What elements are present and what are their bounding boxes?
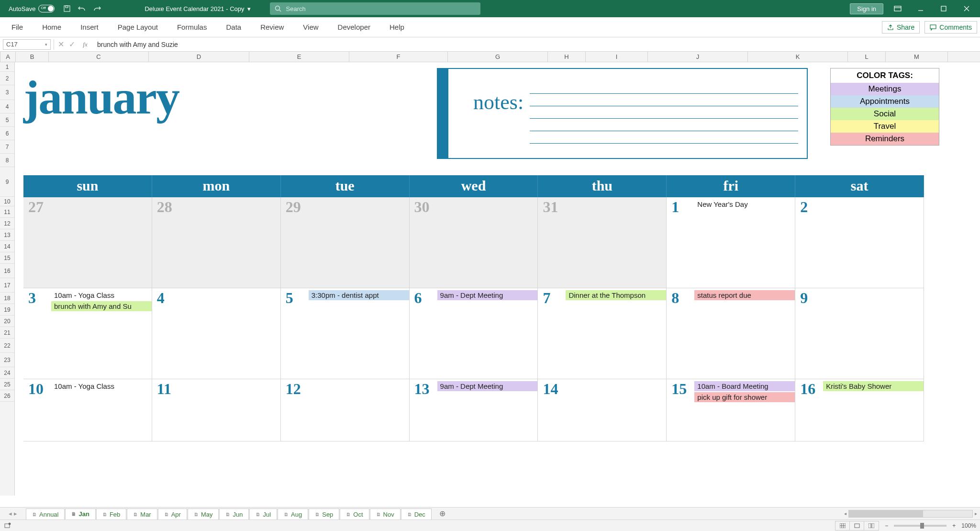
row-header-16[interactable]: 16: [0, 264, 14, 278]
event-item[interactable]: Kristi's Baby Shower: [823, 381, 924, 391]
col-header-K[interactable]: K: [748, 52, 848, 62]
row-header-26[interactable]: 26: [0, 390, 14, 402]
row-header-23[interactable]: 23: [0, 353, 14, 367]
col-header-C[interactable]: C: [49, 52, 149, 62]
comments-button[interactable]: Comments: [924, 21, 977, 34]
row-header-11[interactable]: 11: [0, 206, 14, 218]
col-header-D[interactable]: D: [149, 52, 249, 62]
row-header-24[interactable]: 24: [0, 367, 14, 379]
day-cell-8[interactable]: 8status report due: [667, 288, 795, 379]
event-item[interactable]: brunch with Amy and Su: [51, 301, 152, 311]
row-header-9[interactable]: 9: [0, 167, 14, 197]
share-button[interactable]: Share: [882, 21, 920, 34]
event-item[interactable]: 3:30pm - dentist appt: [309, 290, 409, 300]
add-sheet-button[interactable]: ⊕: [436, 509, 449, 518]
sheet-tab-nov[interactable]: 🗎Nov: [370, 508, 401, 520]
row-header-20[interactable]: 20: [0, 316, 14, 327]
row-header-4[interactable]: 4: [0, 100, 14, 113]
col-header-B[interactable]: B: [16, 52, 49, 62]
undo-icon[interactable]: [78, 5, 86, 12]
sheet-nav-arrows[interactable]: ◂ ▸: [0, 510, 26, 517]
horizontal-scroll[interactable]: ◂ ▸: [841, 509, 980, 518]
zoom-out-icon[interactable]: −: [885, 522, 888, 529]
day-cell-16[interactable]: 16Kristi's Baby Shower: [795, 379, 924, 441]
event-item[interactable]: Dinner at the Thompson: [566, 290, 666, 300]
row-header-2[interactable]: 2: [0, 72, 14, 85]
row-header-17[interactable]: 17: [0, 278, 14, 293]
normal-view-icon[interactable]: [835, 521, 850, 530]
day-cell-6[interactable]: 69am - Dept Meeting: [410, 288, 538, 379]
page-break-view-icon[interactable]: [864, 521, 879, 530]
name-box[interactable]: C17▾: [3, 39, 51, 50]
zoom-slider[interactable]: [894, 525, 947, 527]
document-title[interactable]: Deluxe Event Calendar 2021 - Copy ▾: [145, 5, 250, 12]
sheet-tab-jan[interactable]: 🗎Jan: [65, 508, 95, 520]
sheet-tab-dec[interactable]: 🗎Dec: [401, 508, 432, 520]
sheet-tab-aug[interactable]: 🗎Aug: [278, 508, 308, 520]
sheet-tab-jul[interactable]: 🗎Jul: [249, 508, 277, 520]
ribbon-tab-home[interactable]: Home: [33, 18, 71, 36]
zoom-in-icon[interactable]: +: [952, 522, 956, 529]
row-header-3[interactable]: 3: [0, 85, 14, 100]
day-cell-1[interactable]: 1New Year's Day: [667, 197, 795, 288]
worksheet-grid[interactable]: january notes: COLOR TAGS: MeetingsAppoi…: [15, 62, 980, 496]
row-header-8[interactable]: 8: [0, 154, 14, 167]
day-cell-28[interactable]: 28: [152, 197, 281, 288]
page-layout-view-icon[interactable]: [850, 521, 864, 530]
row-header-12[interactable]: 12: [0, 218, 14, 229]
day-cell-29[interactable]: 29: [281, 197, 410, 288]
day-cell-10[interactable]: 1010am - Yoga Class: [23, 379, 152, 441]
col-header-L[interactable]: L: [848, 52, 886, 62]
col-header-G[interactable]: G: [448, 52, 548, 62]
row-header-14[interactable]: 14: [0, 241, 14, 252]
close-icon[interactable]: [958, 2, 975, 15]
col-header-F[interactable]: F: [349, 52, 448, 62]
ribbon-tab-page-layout[interactable]: Page Layout: [108, 18, 167, 36]
fx-icon[interactable]: fx: [80, 39, 90, 50]
col-header-M[interactable]: M: [886, 52, 948, 62]
sheet-tab-may[interactable]: 🗎May: [188, 508, 219, 520]
search-box[interactable]: Search: [270, 2, 480, 15]
event-item[interactable]: 10am - Board Meeting: [694, 381, 795, 391]
day-cell-5[interactable]: 53:30pm - dentist appt: [281, 288, 410, 379]
row-header-19[interactable]: 19: [0, 304, 14, 316]
event-item[interactable]: New Year's Day: [694, 199, 795, 209]
row-header-18[interactable]: 18: [0, 293, 14, 304]
view-buttons[interactable]: [835, 521, 879, 531]
row-header-7[interactable]: 7: [0, 140, 14, 154]
col-header-H[interactable]: H: [548, 52, 586, 62]
col-header-E[interactable]: E: [249, 52, 349, 62]
event-item[interactable]: 10am - Yoga Class: [51, 290, 152, 300]
cancel-icon[interactable]: ✕: [58, 40, 64, 49]
event-item[interactable]: status report due: [694, 290, 795, 300]
day-cell-30[interactable]: 30: [410, 197, 538, 288]
row-header-6[interactable]: 6: [0, 127, 14, 140]
row-header-25[interactable]: 25: [0, 379, 14, 390]
minimize-icon[interactable]: [912, 2, 929, 15]
redo-icon[interactable]: [93, 5, 101, 12]
ribbon-tab-review[interactable]: Review: [251, 18, 293, 36]
row-header-22[interactable]: 22: [0, 339, 14, 353]
zoom-value[interactable]: 100%: [961, 522, 976, 529]
autosave-toggle[interactable]: AutoSave Off: [9, 5, 55, 12]
ribbon-tab-file[interactable]: File: [2, 18, 33, 36]
col-header-J[interactable]: J: [648, 52, 748, 62]
sheet-tab-sep[interactable]: 🗎Sep: [309, 508, 339, 520]
row-header-13[interactable]: 13: [0, 229, 14, 241]
row-header-15[interactable]: 15: [0, 252, 14, 264]
event-item[interactable]: 9am - Dept Meeting: [437, 290, 538, 300]
day-cell-12[interactable]: 12: [281, 379, 410, 441]
day-cell-13[interactable]: 139am - Dept Meeting: [410, 379, 538, 441]
sheet-tab-mar[interactable]: 🗎Mar: [127, 508, 157, 520]
event-item[interactable]: 9am - Dept Meeting: [437, 381, 538, 391]
row-header-1[interactable]: 1: [0, 62, 14, 72]
event-item[interactable]: pick up gift for shower: [694, 392, 795, 402]
day-cell-14[interactable]: 14: [538, 379, 667, 441]
day-cell-2[interactable]: 2: [795, 197, 924, 288]
day-cell-27[interactable]: 27: [23, 197, 152, 288]
enter-icon[interactable]: ✓: [69, 40, 75, 49]
ribbon-tab-formulas[interactable]: Formulas: [167, 18, 217, 36]
row-header-10[interactable]: 10: [0, 197, 14, 206]
signin-button[interactable]: Sign in: [850, 3, 883, 14]
day-cell-9[interactable]: 9: [795, 288, 924, 379]
